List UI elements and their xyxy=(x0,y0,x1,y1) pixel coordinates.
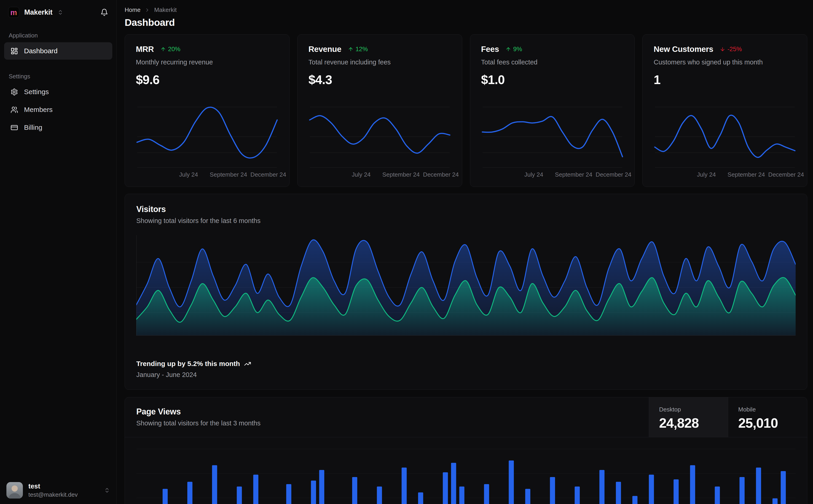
app-logo-letter: m xyxy=(10,9,17,16)
x-axis-labels: July 24 September 24 December 24 xyxy=(654,171,796,179)
trend-value: -25% xyxy=(728,46,742,53)
chevron-right-icon xyxy=(144,7,150,13)
mobile-label: Mobile xyxy=(738,406,797,413)
users-icon xyxy=(11,106,18,114)
x-tick: December 24 xyxy=(251,171,286,178)
visitors-trend-text: Trending up by 5.2% this month xyxy=(136,360,240,368)
page-views-subtitle: Showing total visitors for the last 3 mo… xyxy=(136,419,638,427)
visitors-card: Visitors Showing total visitors for the … xyxy=(125,194,807,390)
gear-icon xyxy=(11,88,18,96)
x-tick: December 24 xyxy=(768,171,804,178)
stat-card-mrr: MRR 20% Monthly recurring revenue $9.6 J… xyxy=(125,34,290,187)
x-tick: July 24 xyxy=(179,171,198,178)
stat-card-revenue: Revenue 12% Total revenue including fees… xyxy=(297,34,462,187)
page-title: Dashboard xyxy=(125,17,807,28)
app-name: Makerkit xyxy=(24,8,52,16)
trending-up-icon xyxy=(244,360,251,367)
visitors-area-chart xyxy=(136,235,796,336)
team-switcher[interactable]: m Makerkit xyxy=(0,7,116,18)
sidebar-item-label: Billing xyxy=(24,124,42,131)
trend-value: 20% xyxy=(168,46,180,53)
trend-value: 9% xyxy=(513,46,522,53)
chevrons-up-down-icon xyxy=(104,487,110,493)
fees-sparkline-chart xyxy=(481,102,624,169)
arrow-down-icon xyxy=(720,46,725,52)
visitors-subtitle: Showing total visitors for the last 6 mo… xyxy=(136,217,796,225)
x-axis-labels: July 24 September 24 December 24 xyxy=(309,171,451,179)
bell-icon xyxy=(100,8,108,16)
arrow-up-icon xyxy=(348,46,354,52)
customers-sparkline-chart xyxy=(654,102,796,169)
sidebar-item-members[interactable]: Members xyxy=(4,101,112,118)
sidebar-section-application: Application xyxy=(9,32,108,39)
x-tick: July 24 xyxy=(352,171,371,178)
x-axis-labels: July 24 September 24 December 24 xyxy=(481,171,624,179)
stat-card-fees: Fees 9% Total fees collected $1.0 July 2… xyxy=(470,34,635,187)
stat-value: $1.0 xyxy=(481,72,624,87)
stat-description: Total fees collected xyxy=(481,58,624,66)
avatar xyxy=(6,482,23,499)
credit-card-icon xyxy=(11,124,18,131)
x-tick: July 24 xyxy=(524,171,543,178)
main-content: Home Makerkit Dashboard MRR 20% Monthly … xyxy=(117,0,813,504)
sidebar-item-dashboard[interactable]: Dashboard xyxy=(4,42,112,60)
stat-value: $9.6 xyxy=(136,72,278,87)
page-views-bar-chart xyxy=(136,441,796,504)
stat-title: MRR xyxy=(136,45,154,54)
dashboard-icon xyxy=(11,47,18,55)
stat-title: Fees xyxy=(481,45,499,54)
app-logo: m xyxy=(8,7,19,18)
trend-badge: 9% xyxy=(505,46,522,53)
visitors-footer: Trending up by 5.2% this month January -… xyxy=(136,360,796,379)
stat-value: $4.3 xyxy=(309,72,451,87)
stat-description: Monthly recurring revenue xyxy=(136,58,278,66)
sidebar-item-label: Settings xyxy=(24,88,49,96)
trend-value: 12% xyxy=(356,46,368,53)
stat-value: 1 xyxy=(654,72,796,87)
stat-card-new-customers: New Customers -25% Customers who signed … xyxy=(643,34,807,187)
x-tick: September 24 xyxy=(382,171,420,178)
x-tick: September 24 xyxy=(210,171,247,178)
page-views-title: Page Views xyxy=(136,407,638,416)
breadcrumb: Home Makerkit xyxy=(125,6,807,13)
sidebar-item-settings[interactable]: Settings xyxy=(4,83,112,101)
stat-description: Customers who signed up this month xyxy=(654,58,796,66)
sidebar-nav-settings: Settings Members Billing xyxy=(0,83,116,136)
desktop-value: 24,828 xyxy=(659,415,718,431)
sidebar-item-label: Members xyxy=(24,106,53,114)
chevrons-up-down-icon xyxy=(57,9,63,15)
revenue-sparkline-chart xyxy=(309,102,451,169)
x-axis-labels: July 24 September 24 December 24 xyxy=(136,171,278,179)
user-email: test@makerkit.dev xyxy=(28,491,78,498)
x-tick: December 24 xyxy=(596,171,632,178)
sidebar-item-billing[interactable]: Billing xyxy=(4,119,112,136)
stat-description: Total revenue including fees xyxy=(309,58,451,66)
desktop-label: Desktop xyxy=(659,406,718,413)
x-tick: September 24 xyxy=(728,171,765,178)
notifications-button[interactable] xyxy=(100,8,108,16)
x-tick: September 24 xyxy=(555,171,592,178)
x-tick: July 24 xyxy=(697,171,716,178)
trend-badge: 20% xyxy=(160,46,180,53)
x-tick: December 24 xyxy=(423,171,459,178)
mobile-value: 25,010 xyxy=(738,415,797,431)
trend-badge: -25% xyxy=(720,46,742,53)
sidebar-nav-application: Dashboard xyxy=(0,42,116,60)
arrow-up-icon xyxy=(160,46,166,52)
toggle-mobile[interactable]: Mobile 25,010 xyxy=(728,397,807,437)
sidebar: m Makerkit Application Dashboard Setting… xyxy=(0,0,117,504)
page-views-header: Page Views Showing total visitors for th… xyxy=(125,397,807,437)
user-meta: test test@makerkit.dev xyxy=(28,482,78,499)
visitors-period: January - June 2024 xyxy=(136,371,796,379)
page-views-card: Page Views Showing total visitors for th… xyxy=(125,397,807,504)
visitors-title: Visitors xyxy=(136,204,796,214)
trend-badge: 12% xyxy=(348,46,368,53)
sidebar-section-settings: Settings xyxy=(9,73,108,80)
stat-cards-row: MRR 20% Monthly recurring revenue $9.6 J… xyxy=(125,34,807,187)
breadcrumb-home-link[interactable]: Home xyxy=(125,6,140,13)
user-name: test xyxy=(28,482,78,490)
toggle-desktop[interactable]: Desktop 24,828 xyxy=(649,397,728,437)
user-menu[interactable]: test test@makerkit.dev xyxy=(6,482,110,499)
mrr-sparkline-chart xyxy=(136,102,278,169)
stat-title: New Customers xyxy=(654,45,713,54)
